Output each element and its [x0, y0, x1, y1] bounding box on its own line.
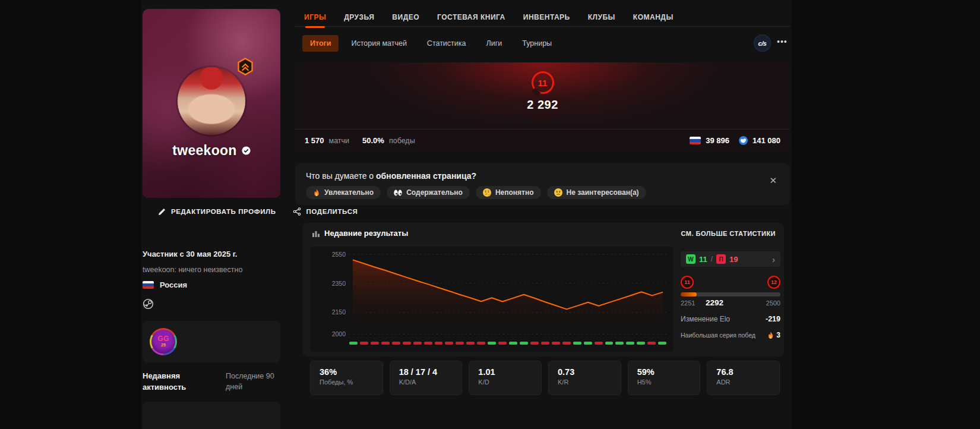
country-label: Россия — [160, 280, 187, 289]
elo-change-value: -219 — [766, 315, 780, 323]
loss-dash — [424, 342, 432, 345]
ytick-2000: 2000 — [318, 330, 346, 337]
profile-cover: tweekoon — [143, 9, 280, 198]
win-badge-icon: W — [686, 254, 696, 264]
stat-card-K/R: 0.73K/R — [548, 361, 621, 395]
recent-results-card: Недавние результаты СМ. БОЛЬШЕ СТАТИСТИК… — [303, 223, 784, 357]
recent-activity-title: Недавняя активность — [143, 371, 213, 393]
eyes-icon — [394, 190, 402, 196]
tab-ИГРЫ[interactable]: ИГРЫ — [304, 13, 326, 23]
next-level-badge-icon: 12 — [767, 276, 780, 289]
level-badge-icon: 11 — [532, 71, 554, 94]
share-button[interactable]: ПОДЕЛИТЬСЯ — [293, 207, 358, 216]
flame-icon — [767, 332, 774, 339]
feedback-options: УвлекательноСодержательноНепонятноНе заи… — [306, 186, 779, 199]
loss-dash — [371, 342, 379, 345]
elo-summary-panel: W 11 / П 19 › 11 12 2251 2292 2500 Измен… — [681, 251, 780, 339]
feedback-option-thinking-face[interactable]: Непонятно — [476, 186, 541, 199]
country-rank-flag-icon — [690, 137, 701, 144]
ytick-2150: 2150 — [318, 308, 346, 316]
trophy-badge-card: GG 25 — [143, 321, 280, 362]
current-level-badge-icon: 11 — [681, 276, 694, 289]
loss-dash — [466, 342, 475, 345]
winrate-label: победы — [389, 137, 415, 145]
feedback-option-unamused-face[interactable]: Не заинтересован(а) — [547, 186, 646, 199]
loss-dash — [595, 342, 603, 345]
ytick-2350: 2350 — [318, 280, 346, 287]
chevron-right-icon: › — [772, 254, 775, 264]
main-tabs: ИГРЫДРУЗЬЯВИДЕОГОСТЕВАЯ КНИГАИНВЕНТАРЬКЛ… — [295, 9, 790, 27]
loss-dash — [413, 342, 422, 345]
win-dash — [615, 342, 624, 345]
elo-change-label: Изменение Elo — [681, 315, 730, 323]
elo-progress-bar — [681, 292, 780, 296]
world-rank-value: 141 080 — [753, 136, 780, 145]
matches-count: 1 570 — [305, 136, 324, 145]
loss-dash — [541, 342, 549, 345]
loss-dash — [456, 342, 464, 345]
winrate-value: 50.0% — [362, 136, 384, 145]
bar-chart-icon — [312, 230, 320, 237]
stat-card-K/D/A: 18 / 17 / 4K/D/A — [390, 361, 463, 395]
sub-tabs: ИтогиИстория матчейСтатистикаЛигиТурниры — [295, 33, 790, 53]
flame-icon — [313, 189, 320, 197]
subtab-Турниры[interactable]: Турниры — [514, 35, 559, 52]
see-more-stats-link[interactable]: СМ. БОЛЬШЕ СТАТИСТИКИ — [681, 230, 776, 237]
loss-dash — [445, 342, 453, 345]
elo-range-end: 2500 — [766, 299, 780, 307]
win-dash — [658, 342, 666, 345]
recent-results-title: Недавние результаты — [324, 229, 408, 238]
subtab-Статистика[interactable]: Статистика — [419, 35, 474, 52]
win-dash — [605, 342, 614, 345]
gg25-badge-icon[interactable]: GG 25 — [150, 328, 177, 355]
loss-dash — [498, 342, 507, 345]
tab-КЛУБЫ[interactable]: КЛУБЫ — [588, 13, 615, 23]
rank-up-badge-icon — [236, 58, 254, 75]
win-dash — [509, 342, 517, 345]
ytick-2550: 2550 — [318, 251, 346, 258]
loss-dash — [552, 342, 560, 345]
tab-ИНВЕНТАРЬ[interactable]: ИНВЕНТАРЬ — [523, 13, 570, 23]
feedback-option-eyes[interactable]: Содержательно — [387, 186, 470, 199]
loss-dash — [403, 342, 411, 345]
tab-ГОСТЕВАЯ КНИГА[interactable]: ГОСТЕВАЯ КНИГА — [437, 13, 505, 23]
elo-value: 2 292 — [295, 98, 790, 112]
stat-card-K/D: 1.01K/D — [469, 361, 542, 395]
activity-period: Последние 90 дней — [226, 371, 280, 393]
win-dash — [584, 342, 592, 345]
steam-icon[interactable] — [143, 298, 154, 310]
subtab-Итоги[interactable]: Итоги — [302, 35, 339, 52]
subtab-Лиги[interactable]: Лиги — [479, 35, 510, 52]
win-loss-row[interactable]: W 11 / П 19 › — [681, 251, 780, 267]
loss-dash — [381, 342, 390, 345]
avatar[interactable] — [178, 67, 245, 135]
loss-dash — [360, 342, 368, 345]
tab-КОМАНДЫ[interactable]: КОМАНДЫ — [633, 13, 674, 23]
loss-dash — [477, 342, 485, 345]
loss-dash — [647, 342, 656, 345]
close-icon[interactable]: ✕ — [769, 175, 777, 186]
losses-count: 19 — [729, 255, 738, 264]
thinking-face-icon — [483, 188, 491, 197]
elo-hero-card: 11 2 292 1 570 матчи 50.0% победы 39 896… — [295, 62, 790, 152]
more-options-button[interactable]: ••• — [777, 37, 788, 46]
tab-ДРУЗЬЯ[interactable]: ДРУЗЬЯ — [344, 13, 374, 23]
win-streak-label: Наибольшая серия побед — [681, 332, 755, 339]
win-dash — [637, 342, 645, 345]
matches-label: матчи — [329, 137, 350, 145]
member-since: Участник с 30 мая 2025 г. — [143, 250, 280, 258]
match-results-strip — [349, 342, 666, 345]
world-rank-globe-icon — [739, 136, 748, 145]
cs2-game-logo[interactable]: c/s — [754, 35, 770, 51]
elo-range-start: 2251 — [681, 299, 695, 307]
stat-card-Победы, %: 36%Победы, % — [310, 361, 383, 395]
username: tweekoon — [172, 143, 236, 159]
elo-current: 2292 — [706, 298, 723, 307]
activity-card-partial — [143, 402, 280, 429]
win-dash — [626, 342, 634, 345]
subtab-История матчей[interactable]: История матчей — [343, 35, 414, 52]
feedback-option-flame[interactable]: Увлекательно — [306, 186, 381, 199]
win-streak-value: 3 — [776, 331, 780, 339]
tab-ВИДЕО[interactable]: ВИДЕО — [392, 13, 419, 23]
edit-profile-button[interactable]: РЕДАКТИРОВАТЬ ПРОФИЛЬ — [158, 208, 276, 216]
